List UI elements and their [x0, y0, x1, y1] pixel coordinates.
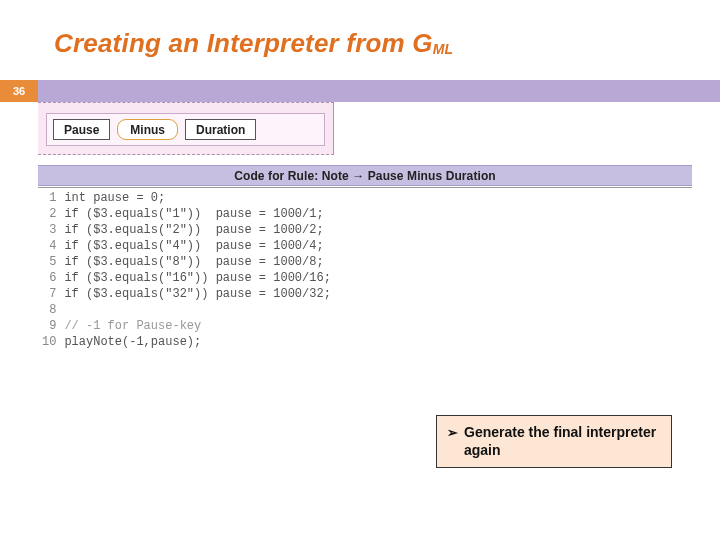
line-number: 8 — [42, 302, 56, 318]
code-line: playNote(-1,pause); — [64, 334, 330, 350]
code-lines: int pause = 0;if ($3.equals("1")) pause … — [64, 188, 330, 352]
token-pause: Pause — [53, 119, 110, 140]
title-main: Creating an Interpreter from G — [54, 28, 433, 58]
token-minus: Minus — [117, 119, 178, 140]
rule-header-wrap: Code for Rule: Note → Pause Minus Durati… — [38, 165, 692, 188]
annotation-box: ➢ Generate the final interpreter again — [436, 415, 672, 468]
line-number: 1 — [42, 190, 56, 206]
code-line: if ($3.equals("1")) pause = 1000/1; — [64, 206, 330, 222]
line-number: 5 — [42, 254, 56, 270]
header-bar — [38, 80, 720, 102]
code-line: if ($3.equals("2")) pause = 1000/2; — [64, 222, 330, 238]
line-number: 7 — [42, 286, 56, 302]
slide-title: Creating an Interpreter from GML — [54, 28, 453, 59]
rule-header: Code for Rule: Note → Pause Minus Durati… — [38, 165, 692, 186]
code-line: if ($3.equals("16")) pause = 1000/16; — [64, 270, 330, 286]
line-number: 6 — [42, 270, 56, 286]
code-line: int pause = 0; — [64, 190, 330, 206]
code-line — [64, 302, 330, 318]
token-duration: Duration — [185, 119, 256, 140]
content-area: Pause Minus Duration Code for Rule: Note… — [38, 102, 692, 352]
line-number: 10 — [42, 334, 56, 350]
title-subscript: ML — [433, 41, 454, 57]
code-line: // -1 for Pause-key — [64, 318, 330, 334]
code-line: if ($3.equals("32")) pause = 1000/32; — [64, 286, 330, 302]
code-line: if ($3.equals("4")) pause = 1000/4; — [64, 238, 330, 254]
grammar-tokens-row: Pause Minus Duration — [46, 113, 325, 146]
annotation-text: Generate the final interpreter again — [464, 424, 659, 459]
grammar-tokens-region: Pause Minus Duration — [38, 102, 334, 155]
line-number: 4 — [42, 238, 56, 254]
header-strip: 36 — [0, 80, 720, 102]
line-number: 2 — [42, 206, 56, 222]
code-area: 12345678910 int pause = 0;if ($3.equals(… — [38, 188, 692, 352]
line-number: 3 — [42, 222, 56, 238]
code-line-numbers: 12345678910 — [38, 188, 64, 352]
bullet-arrow-icon: ➢ — [447, 424, 458, 459]
code-line: if ($3.equals("8")) pause = 1000/8; — [64, 254, 330, 270]
line-number: 9 — [42, 318, 56, 334]
page-number: 36 — [0, 80, 38, 102]
